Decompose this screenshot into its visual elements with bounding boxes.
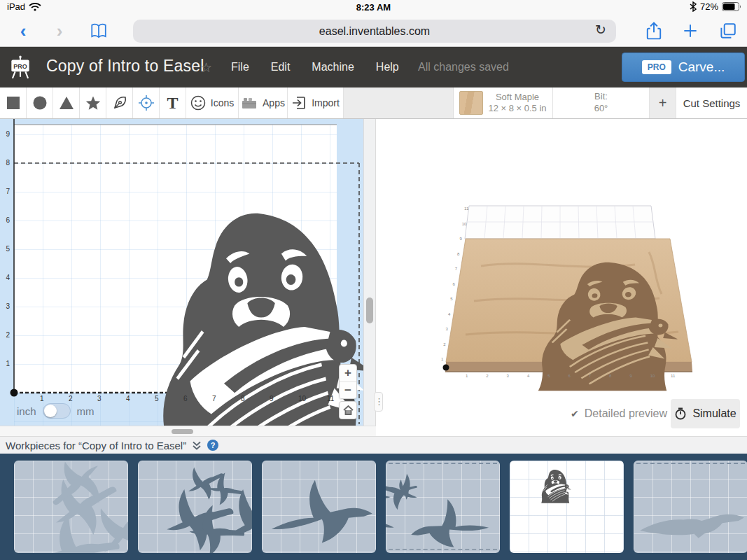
material-name: Soft Maple <box>488 92 546 103</box>
toggle-knob <box>44 405 57 417</box>
preview-3d[interactable] <box>376 119 747 436</box>
ruler-y-label: 8 <box>0 159 10 167</box>
bookmarks-button[interactable] <box>90 22 108 43</box>
ruler-y-label: 5 <box>0 245 10 253</box>
material-selector[interactable]: Soft Maple 12 × 8 × 0.5 in <box>454 88 553 118</box>
battery-percent-label: 72% <box>700 1 718 12</box>
back-button[interactable]: ‹ <box>14 21 32 41</box>
design-canvas[interactable]: 1234567891011 123456789 + − inch mm <box>0 119 363 426</box>
battery-icon <box>722 2 741 11</box>
menu-file[interactable]: File <box>231 61 249 74</box>
menu-help[interactable]: Help <box>376 61 399 74</box>
star-tool[interactable] <box>80 88 106 118</box>
text-tool-glyph: T <box>165 94 181 113</box>
easel-pro-logo[interactable]: PRO <box>7 54 34 80</box>
help-icon[interactable]: ? <box>207 440 218 451</box>
carve-button[interactable]: PRO Carve... <box>622 52 745 82</box>
text-tool[interactable]: T <box>160 88 186 118</box>
bluetooth-icon <box>690 1 697 12</box>
material-dimensions: 12 × 8 × 0.5 in <box>488 103 546 114</box>
cut-settings-button[interactable]: Cut Settings <box>676 88 747 118</box>
share-button[interactable] <box>645 20 663 41</box>
pen-tool[interactable] <box>106 88 133 118</box>
horizontal-scroll-thumb[interactable] <box>172 429 193 434</box>
ruler-x-label: 4 <box>126 395 130 402</box>
save-status-label: All changes saved <box>418 61 509 74</box>
preview-tick-x: 9 <box>629 374 631 378</box>
document-title[interactable]: Copy of Intro to Easel <box>46 57 204 76</box>
easel-app-window: iPad 8:23 AM 72% ‹ › <box>0 0 747 560</box>
ruler-y-label: 4 <box>0 274 10 281</box>
icons-tool[interactable]: Icons <box>186 88 239 118</box>
bit-selector[interactable]: Bit: 60° <box>553 88 650 118</box>
preview-tick-y: 6 <box>453 282 455 286</box>
workpiece-thumb-2[interactable] <box>138 461 252 553</box>
favorite-star-icon[interactable]: ☆ <box>200 59 212 76</box>
zoom-home-button[interactable] <box>339 401 357 419</box>
zoom-in-button[interactable]: + <box>340 365 356 382</box>
circle-tool[interactable] <box>27 88 53 118</box>
easel-header: PRO Copy of Intro to Easel ☆ File Edit M… <box>0 47 747 88</box>
detailed-preview-label[interactable]: Detailed preview <box>585 407 667 420</box>
preview-tick-x: 3 <box>507 374 509 378</box>
workpieces-title: Workpieces for “Copy of Intro to Easel” <box>6 440 186 451</box>
star-icon <box>85 96 101 111</box>
menu-machine[interactable]: Machine <box>312 61 354 74</box>
bit-value: 60° <box>594 103 608 115</box>
unit-inch-label[interactable]: inch <box>17 405 36 417</box>
workpiece-thumb-3[interactable] <box>262 461 376 553</box>
workpiece-thumb-5-selected[interactable] <box>510 461 624 553</box>
triangle-tool[interactable] <box>53 88 80 118</box>
workpiece-strip <box>0 454 747 560</box>
add-bit-button[interactable]: + <box>650 88 676 118</box>
simulate-button[interactable]: Simulate <box>671 399 740 428</box>
ruler-x-label: 10 <box>298 395 306 402</box>
address-bar[interactable]: easel.inventables.com ↻ <box>133 20 616 43</box>
tabs-button[interactable] <box>718 22 737 40</box>
workpiece-thumb-6[interactable] <box>634 461 747 553</box>
ruler-y-label: 9 <box>0 130 10 138</box>
square-tool[interactable] <box>0 88 27 118</box>
circle-icon <box>33 96 47 110</box>
ruler-y-label: 1 <box>0 360 10 368</box>
vertical-scroll-thumb[interactable] <box>366 298 373 323</box>
canvas-vertical-scrollbar[interactable] <box>363 119 376 426</box>
preview-tick-x: 7 <box>589 374 591 378</box>
collapse-chevrons-icon[interactable] <box>192 440 202 451</box>
safari-toolbar: ‹ › easel.inventables.com ↻ <box>0 15 747 47</box>
ruler-x-label: 7 <box>212 395 216 402</box>
unit-mm-label[interactable]: mm <box>77 405 95 417</box>
ruler-y: 123456789 <box>0 119 13 426</box>
ruler-x-label: 9 <box>270 395 274 402</box>
reload-icon[interactable]: ↻ <box>595 22 606 38</box>
preview-tick-x: 6 <box>568 374 571 378</box>
unit-toggle[interactable] <box>43 403 71 419</box>
ruler-x-label: 3 <box>97 395 102 402</box>
toolbar-spacer <box>344 88 454 118</box>
import-tool[interactable]: Import <box>288 88 344 118</box>
workpiece-thumb-1[interactable] <box>14 461 128 553</box>
apps-tool[interactable]: Apps <box>239 88 288 118</box>
forward-button[interactable]: › <box>50 21 69 41</box>
lego-brick-icon <box>241 96 258 110</box>
ruler-x-label: 11 <box>327 395 334 402</box>
home-icon <box>343 405 354 415</box>
pen-nib-icon <box>112 95 127 111</box>
url-text: easel.inventables.com <box>319 25 430 38</box>
preview-tick-y: 4 <box>448 312 450 316</box>
zoom-out-button[interactable]: − <box>340 382 356 398</box>
new-tab-button[interactable] <box>681 22 699 40</box>
preview-panel: ⋮ 1234567891011 1234567891011 ✔ Detailed… <box>376 119 747 436</box>
preview-tick-x: 4 <box>527 374 529 378</box>
drill-origin-tool[interactable] <box>133 88 160 118</box>
ruler-x-label: 5 <box>155 395 159 402</box>
preview-tick-y: 7 <box>455 267 457 271</box>
preview-tick-y: 3 <box>446 327 448 331</box>
crosshair-icon <box>138 94 155 111</box>
clock-label: 8:23 AM <box>0 2 747 13</box>
preview-tick-x: 5 <box>547 374 550 378</box>
canvas-horizontal-scrollbar[interactable] <box>0 426 376 436</box>
preview-tick-y: 11 <box>464 206 468 211</box>
workpiece-thumb-4[interactable] <box>386 461 500 553</box>
menu-edit[interactable]: Edit <box>271 61 291 74</box>
